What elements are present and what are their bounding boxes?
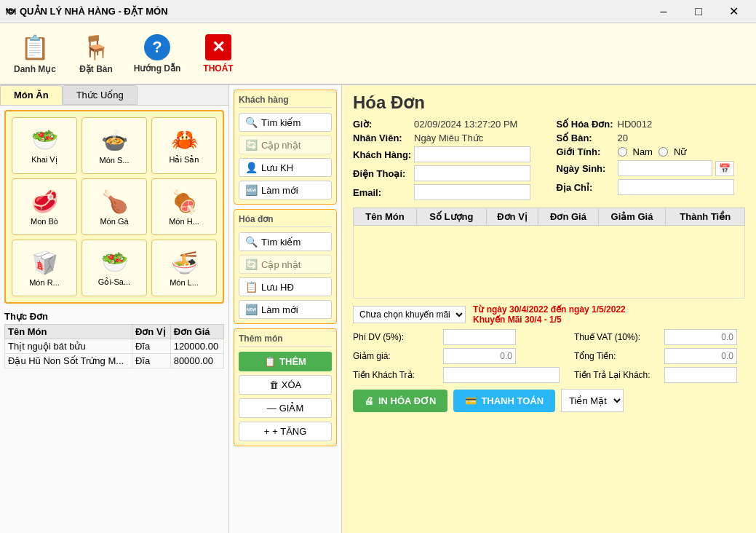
left-panel: Món Ăn Thức Uống 🥗 Khai Vị 🍲 Món S... 🦀 … bbox=[0, 85, 229, 533]
food-mon-ga[interactable]: 🍗 Món Gà bbox=[81, 178, 147, 235]
order-section: Thực Đơn Tên Món Đơn Vị Đơn Giá Thịt ngu… bbox=[0, 308, 228, 533]
dat-ban-icon: 🪑 bbox=[81, 33, 111, 61]
radio-nu[interactable] bbox=[658, 147, 668, 157]
increase-label: + TĂNG bbox=[272, 426, 306, 437]
dien-thoai-input[interactable] bbox=[414, 165, 530, 181]
minimize-button[interactable]: – bbox=[647, 0, 680, 23]
tab-bar: Món Ăn Thức Uống bbox=[0, 85, 228, 106]
thoat-label: THOÁT bbox=[203, 63, 233, 74]
tong-tien-label: Tổng Tiền: bbox=[574, 351, 661, 361]
food-mon-bo[interactable]: 🥩 Mon Bò bbox=[12, 178, 77, 235]
print-button[interactable]: 🖨 IN HÓA ĐƠN bbox=[353, 390, 447, 412]
new-hd-icon: 🆕 bbox=[245, 304, 258, 315]
dia-chi-label: Địa Chỉ: bbox=[557, 182, 615, 193]
maximize-button[interactable]: □ bbox=[682, 0, 715, 23]
invoice-update-button[interactable]: 🔄 Cập nhật bbox=[239, 255, 332, 274]
so-ban-label: Số Bàn: bbox=[557, 133, 615, 143]
food-mon-l[interactable]: 🍜 Món L... bbox=[151, 240, 217, 296]
promo-date: Từ ngày 30/4/2022 đến ngày 1/5/2022 bbox=[473, 304, 626, 315]
order-table: Tên Món Đơn Vị Đơn Giá Thịt nguội bát bử… bbox=[4, 324, 224, 368]
calendar-button[interactable]: 📅 bbox=[715, 161, 734, 176]
promo-info: Từ ngày 30/4/2022 đến ngày 1/5/2022 Khuy… bbox=[473, 304, 626, 325]
invoice-table: Tên Món Số Lượng Đơn Vị Đơn Giá Giảm Giá… bbox=[353, 208, 745, 299]
tien-tra-lai-row: Tiền Trả Lại Khách: bbox=[574, 367, 745, 383]
khach-hang-input[interactable] bbox=[414, 146, 530, 162]
mon-h-label: Món H... bbox=[169, 217, 199, 226]
food-khai-vi[interactable]: 🥗 Khai Vị bbox=[12, 117, 77, 174]
pay-label: THANH TOÁN bbox=[481, 395, 544, 406]
promo-select[interactable]: Chưa chọn khuyến mãi bbox=[353, 306, 466, 323]
giam-gia-label: Giảm giá: bbox=[353, 351, 440, 361]
customer-search-button[interactable]: 🔍 Tìm kiếm bbox=[239, 113, 332, 132]
dia-chi-input[interactable] bbox=[618, 179, 734, 195]
row1-name: Thịt nguội bát bửu bbox=[5, 339, 132, 354]
toolbar-thoat[interactable]: ✕ THOÁT bbox=[189, 26, 247, 81]
tong-tien-input[interactable] bbox=[664, 348, 737, 364]
tab-thuc-uong[interactable]: Thức Uống bbox=[63, 85, 138, 105]
radio-nam[interactable] bbox=[618, 147, 627, 157]
mon-ga-label: Món Gà bbox=[100, 217, 128, 226]
giam-gia-row: Giảm giá: bbox=[353, 348, 560, 364]
table-row[interactable]: Thịt nguội bát bửu Đĩa 120000.00 bbox=[5, 339, 224, 354]
toolbar-danh-muc[interactable]: 📋 Danh Mục bbox=[6, 26, 64, 81]
nam-label: Nam bbox=[633, 146, 653, 157]
food-goi-sa[interactable]: 🥗 Gỏi-Sa... bbox=[81, 240, 147, 296]
update-icon: 🔄 bbox=[245, 258, 258, 270]
customer-new-button[interactable]: 🆕 Làm mới bbox=[239, 181, 332, 200]
inv-col-don-gia: Đơn Giá bbox=[538, 208, 598, 226]
invoice-new-button[interactable]: 🆕 Làm mới bbox=[239, 300, 332, 319]
food-mon-r[interactable]: 🥡 Món R... bbox=[12, 240, 77, 296]
toolbar-dat-ban[interactable]: 🪑 Đặt Bàn bbox=[67, 26, 125, 81]
mon-l-label: Món L... bbox=[170, 278, 199, 287]
mon-bo-icon: 🥩 bbox=[31, 189, 58, 214]
thue-vat-row: Thuế VAT (10%): bbox=[574, 329, 745, 345]
mon-l-icon: 🍜 bbox=[171, 250, 198, 275]
ngay-sinh-input[interactable] bbox=[618, 160, 712, 176]
invoice-search-label: Tìm kiếm bbox=[261, 237, 301, 248]
customer-update-button[interactable]: 🔄 Cập nhật bbox=[239, 135, 332, 154]
col-ten-mon: Tên Món bbox=[5, 325, 132, 339]
table-row[interactable]: Đậu Hũ Non Sốt Trứng M... Đĩa 80000.00 bbox=[5, 354, 224, 368]
close-button[interactable]: ✕ bbox=[717, 0, 750, 23]
hai-san-icon: 🦀 bbox=[171, 127, 198, 152]
print-label: IN HÓA ĐƠN bbox=[378, 395, 436, 406]
food-mon-s[interactable]: 🍲 Món S... bbox=[81, 117, 147, 174]
invoice-search-button[interactable]: 🔍 Tìm kiếm bbox=[239, 232, 332, 251]
dia-chi-row: Địa Chỉ: bbox=[557, 179, 746, 195]
row2-unit: Đĩa bbox=[132, 354, 170, 368]
pay-button[interactable]: 💳 THANH TOÁN bbox=[453, 390, 555, 412]
customer-update-label: Cập nhật bbox=[261, 140, 301, 151]
customer-new-label: Làm mới bbox=[261, 185, 298, 196]
decrease-button[interactable]: — GIẢM bbox=[239, 398, 332, 418]
tab-mon-an[interactable]: Món Ăn bbox=[0, 85, 63, 105]
mon-bo-label: Mon Bò bbox=[31, 217, 58, 226]
titlebar-controls: – □ ✕ bbox=[647, 0, 750, 23]
add-button[interactable]: 📋 THÊM bbox=[239, 352, 332, 371]
row2-name: Đậu Hũ Non Sốt Trứng M... bbox=[5, 354, 132, 368]
tien-khach-tra-input[interactable] bbox=[443, 367, 560, 383]
so-hoa-don-row: Số Hóa Đơn: HD0012 bbox=[557, 119, 746, 130]
food-hai-san[interactable]: 🦀 Hải Sản bbox=[151, 117, 217, 174]
customer-save-button[interactable]: 👤 Lưu KH bbox=[239, 158, 332, 177]
invoice-save-button[interactable]: 📋 Lưu HĐ bbox=[239, 277, 332, 296]
gio-row: Giờ: 02/09/2024 13:27:20 PM bbox=[353, 119, 542, 130]
toolbar-huong-dan[interactable]: ? Hướng Dẫn bbox=[128, 26, 186, 81]
gio-label: Giờ: bbox=[353, 119, 411, 130]
search-icon: 🔍 bbox=[245, 117, 258, 128]
payment-method-select[interactable]: Tiền Mặt bbox=[561, 389, 624, 412]
add-label: THÊM bbox=[279, 356, 306, 367]
delete-button[interactable]: 🗑 XÓA bbox=[239, 375, 332, 395]
gio-value: 02/09/2024 13:27:20 PM bbox=[414, 119, 517, 130]
phi-dv-input[interactable] bbox=[443, 329, 516, 345]
thue-vat-input[interactable] bbox=[664, 329, 737, 345]
tien-tra-lai-input[interactable] bbox=[664, 367, 737, 383]
nu-label: Nữ bbox=[674, 146, 686, 157]
food-mon-h[interactable]: 🍖 Món H... bbox=[151, 178, 217, 235]
mon-r-icon: 🥡 bbox=[31, 250, 58, 275]
email-input[interactable] bbox=[414, 184, 530, 200]
mon-r-label: Món R... bbox=[29, 278, 60, 287]
increase-button[interactable]: + + TĂNG bbox=[239, 422, 332, 441]
so-hoa-don-value: HD0012 bbox=[618, 119, 653, 130]
giam-gia-input[interactable] bbox=[443, 348, 516, 364]
middle-panel: Khách hàng 🔍 Tìm kiếm 🔄 Cập nhật 👤 Lưu K… bbox=[229, 85, 342, 533]
